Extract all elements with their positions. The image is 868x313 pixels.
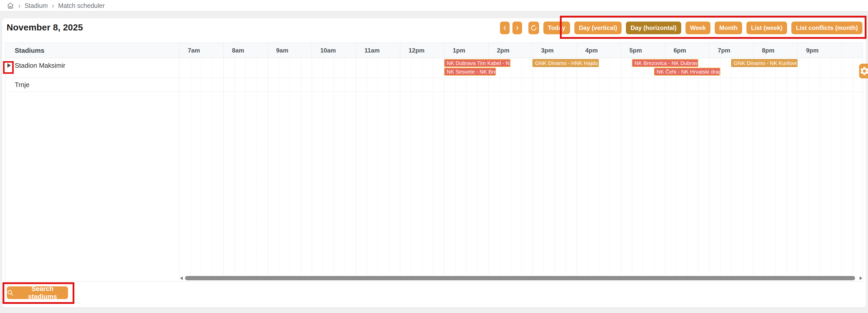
hour-gridline: [223, 58, 224, 276]
timeline-header: Stadiums 7am8am9am10am11am12pm1pm2pm3pm4…: [5, 43, 863, 58]
time-axis-label: 7pm: [718, 43, 730, 58]
calendar-toolbar: TodayDay (vertical)Day (horizontal)WeekM…: [500, 22, 862, 34]
hour-gridline: [312, 58, 312, 276]
quarter-hour-gridline: [235, 58, 235, 276]
resource-column-divider: [179, 43, 180, 281]
quarter-hour-gridline: [786, 58, 787, 276]
quarter-hour-gridline: [334, 58, 334, 276]
hour-gridline: [621, 43, 621, 58]
quarter-hour-gridline: [555, 58, 555, 276]
view-switcher: TodayDay (vertical)Day (horizontal)WeekM…: [544, 22, 862, 34]
time-axis-label: 1pm: [453, 43, 465, 58]
quarter-hour-gridline: [588, 58, 588, 276]
hour-gridline: [709, 43, 709, 58]
match-event[interactable]: GNK Dinamo - NK Kurilovec: [731, 59, 798, 67]
quarter-hour-gridline: [687, 58, 687, 276]
scroll-right-arrow-icon[interactable]: [860, 277, 862, 280]
search-stadiums-label: Search stadiums: [17, 285, 68, 301]
quarter-hour-gridline: [775, 58, 776, 276]
time-axis-label: 9pm: [806, 43, 818, 58]
settings-flyout-button[interactable]: [859, 64, 868, 79]
time-axis-label: 8am: [232, 43, 244, 58]
quarter-hour-gridline: [742, 58, 743, 276]
time-axis-label: 2pm: [497, 43, 509, 58]
hour-gridline: [621, 58, 621, 276]
breadcrumb-item-match-scheduler[interactable]: Match scheduler: [58, 2, 104, 9]
view-button-day-vertical[interactable]: Day (vertical): [575, 22, 622, 34]
quarter-hour-gridline: [455, 58, 456, 276]
breadcrumb-separator: ›: [52, 1, 54, 10]
quarter-hour-gridline: [731, 58, 732, 276]
view-button-week[interactable]: Week: [685, 22, 710, 34]
hour-gridline: [665, 58, 665, 276]
quarter-hour-gridline: [323, 58, 323, 276]
hour-gridline: [488, 43, 489, 58]
chevron-right-icon: [515, 25, 520, 31]
view-button-list-week[interactable]: List (week): [746, 22, 787, 34]
search-stadiums-button[interactable]: Search stadiums: [7, 286, 68, 299]
hour-gridline: [577, 58, 577, 276]
time-axis-label: 4pm: [585, 43, 598, 58]
horizontal-scrollbar-thumb[interactable]: [185, 276, 855, 280]
quarter-hour-gridline: [610, 58, 610, 276]
hour-gridline: [444, 58, 444, 276]
quarter-hour-gridline: [643, 58, 643, 276]
hour-gridline: [444, 43, 444, 58]
hour-gridline: [356, 43, 356, 58]
quarter-hour-gridline: [809, 58, 809, 276]
hour-gridline: [356, 58, 356, 276]
view-button-list-conflicts-month[interactable]: List conflicts (month): [792, 22, 862, 34]
hour-gridline: [268, 58, 268, 276]
scroll-left-arrow-icon[interactable]: [180, 277, 183, 280]
home-icon[interactable]: [7, 2, 14, 9]
time-axis-label: 11am: [365, 43, 380, 58]
chevron-left-icon: [502, 25, 507, 31]
time-axis-label: 5pm: [629, 43, 642, 58]
time-axis-label: 9am: [276, 43, 288, 58]
quarter-hour-gridline: [853, 58, 853, 276]
hour-gridline: [400, 43, 400, 58]
time-axis-label: 10am: [320, 43, 336, 58]
hour-gridline: [312, 43, 312, 58]
prev-button[interactable]: [500, 22, 509, 34]
time-axis-label: 3pm: [541, 43, 554, 58]
next-button[interactable]: [513, 22, 522, 34]
hour-gridline: [665, 43, 665, 58]
horizontal-scrollbar[interactable]: [180, 276, 863, 280]
expand-resource-arrow-icon[interactable]: [7, 63, 11, 68]
quarter-hour-gridline: [522, 58, 522, 276]
quarter-hour-gridline: [698, 58, 699, 276]
quarter-hour-gridline: [477, 58, 478, 276]
view-button-today[interactable]: Today: [544, 22, 570, 34]
match-event[interactable]: NK Brezovica - NK Dubrava Tim Ka: [632, 59, 698, 67]
quarter-hour-gridline: [544, 58, 544, 276]
hour-gridline: [400, 58, 400, 276]
quarter-hour-gridline: [289, 58, 290, 276]
view-button-day-horizontal[interactable]: Day (horizontal): [626, 22, 681, 34]
toolbar-nav-group: [500, 22, 522, 34]
hour-gridline: [709, 58, 709, 276]
quarter-hour-gridline: [245, 58, 246, 276]
match-event[interactable]: GNK Dinamo - HNK Hajduk: [532, 59, 599, 67]
time-axis-label: 12pm: [409, 43, 425, 58]
quarter-hour-gridline: [566, 58, 566, 276]
match-event[interactable]: NK Sesvete - NK Brezovica: [444, 68, 496, 75]
refresh-button[interactable]: [528, 22, 539, 34]
hour-gridline: [223, 43, 224, 58]
row-divider: [5, 92, 863, 92]
quarter-hour-gridline: [212, 58, 213, 276]
hour-gridline: [532, 58, 533, 276]
quarter-hour-gridline: [367, 58, 367, 276]
resource-column-header: Stadiums: [15, 43, 44, 58]
match-event[interactable]: NK Dubrava Tim Kabel - NK Čehi: [444, 59, 510, 67]
hour-gridline: [268, 43, 268, 58]
resource-row-label: Stadion Maksimir: [15, 62, 65, 69]
quarter-hour-gridline: [201, 58, 202, 276]
quarter-hour-gridline: [190, 58, 191, 276]
view-button-month[interactable]: Month: [715, 22, 742, 34]
time-axis-label: 6pm: [674, 43, 686, 58]
time-axis-label: 7am: [188, 43, 200, 58]
match-event[interactable]: NK Čehi - NK Hrvatski dragovoljac: [654, 68, 720, 75]
resource-row-label: Trnje: [15, 81, 29, 89]
breadcrumb-item-stadium[interactable]: Stadium: [25, 2, 48, 9]
